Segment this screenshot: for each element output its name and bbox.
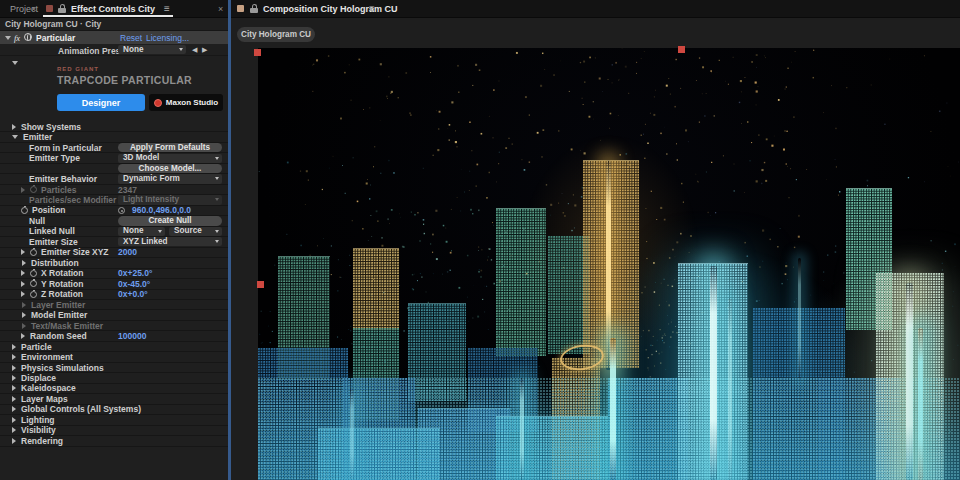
twirl-arrow-icon[interactable] — [12, 438, 16, 444]
twirl-arrow-icon[interactable] — [12, 354, 16, 360]
banner-expander-icon[interactable] — [12, 61, 18, 65]
twirl-arrow-icon[interactable] — [12, 344, 16, 350]
row-layer-emitter[interactable]: Layer Emitter — [0, 300, 228, 310]
layer-handle[interactable] — [254, 49, 261, 56]
layer-breadcrumb: City Hologram CU · City — [0, 18, 228, 31]
twirl-arrow-icon[interactable] — [12, 385, 16, 391]
random-seed-value[interactable]: 100000 — [118, 331, 146, 341]
row-global-controls-all-systems[interactable]: Global Controls (All Systems) — [0, 405, 228, 415]
stopwatch-icon[interactable] — [21, 207, 28, 214]
layer-handle[interactable] — [678, 46, 685, 53]
row-kaleidospace[interactable]: Kaleidospace — [0, 384, 228, 394]
apply-form-defaults-button[interactable]: Apply Form Defaults — [118, 143, 222, 152]
twirl-arrow-icon[interactable] — [21, 333, 25, 339]
choose-model-button[interactable]: Choose Model... — [118, 164, 222, 173]
row-visibility[interactable]: Visibility — [0, 426, 228, 436]
twirl-arrow-icon[interactable] — [12, 135, 18, 139]
preset-next-icon[interactable]: ▶ — [202, 46, 207, 54]
row-z-rotation[interactable]: Z Rotation0x+0.0° — [0, 290, 228, 300]
row-particles-sec-modifier[interactable]: Particles/sec ModifierLight Intensity — [0, 195, 228, 205]
create-null-button[interactable]: Create Null — [118, 216, 222, 225]
row-emitter-behavior[interactable]: Emitter BehaviorDynamic Form — [0, 174, 228, 184]
composition-breadcrumb-pill[interactable]: City Hologram CU — [237, 27, 315, 42]
twirl-arrow-icon[interactable] — [12, 375, 16, 381]
stopwatch-icon[interactable] — [30, 270, 37, 277]
effect-expander-icon[interactable] — [5, 36, 11, 40]
twirl-arrow-icon[interactable] — [12, 396, 16, 402]
row-form-in-particular[interactable]: Form in ParticularApply Form Defaults — [0, 143, 228, 153]
emitter-behavior-select[interactable]: Dynamic Form — [118, 174, 222, 183]
twirl-arrow-icon[interactable] — [12, 365, 16, 371]
twirl-arrow-icon[interactable] — [21, 281, 25, 287]
row-linked-null[interactable]: Linked NullNoneSource — [0, 227, 228, 237]
row-displace[interactable]: Displace — [0, 373, 228, 383]
effect-header-row[interactable]: fx Particular Reset Licensing... — [0, 31, 228, 44]
animation-presets-select[interactable]: None — [118, 45, 186, 54]
row-rendering[interactable]: Rendering — [0, 436, 228, 446]
maxon-studio-button[interactable]: Maxon Studio — [149, 94, 223, 111]
panel-menu-icon[interactable]: ≡ — [164, 3, 170, 14]
row-physics-simulations[interactable]: Physics Simulations — [0, 363, 228, 373]
row-layer-maps[interactable]: Layer Maps — [0, 394, 228, 404]
row-emitter-size-xyz[interactable]: Emitter Size XYZ2000 — [0, 248, 228, 258]
row-position[interactable]: Position960.0,496.0,0.0 — [0, 206, 228, 216]
row-model-emitter[interactable]: Model Emitter — [0, 310, 228, 320]
panel-menu-icon[interactable]: ≡ — [369, 3, 375, 14]
tab-effect-controls[interactable]: Effect Controls City — [71, 4, 155, 14]
row-null[interactable]: NullCreate Null — [0, 216, 228, 226]
row-emitter-size[interactable]: Emitter SizeXYZ Linked — [0, 237, 228, 247]
licensing-link[interactable]: Licensing... — [146, 33, 189, 43]
stopwatch-icon[interactable] — [30, 280, 37, 287]
row-particles[interactable]: Particles2347 — [0, 185, 228, 195]
twirl-arrow-icon[interactable] — [12, 427, 16, 433]
twirl-arrow-icon[interactable] — [12, 124, 16, 130]
emitter-size-xyz-value[interactable]: 2000 — [118, 247, 137, 257]
x-rotation-value[interactable]: 0x+25.0° — [118, 268, 152, 278]
tab-composition[interactable]: Composition City Hologram CU — [263, 4, 398, 14]
linked-null-select-b[interactable]: Source — [169, 227, 222, 236]
row-y-rotation[interactable]: Y Rotation0x-45.0° — [0, 279, 228, 289]
twirl-arrow-icon[interactable] — [22, 323, 26, 329]
preset-prev-icon[interactable]: ◀ — [192, 46, 197, 54]
row-emitter-type[interactable]: Emitter Type3D Model — [0, 153, 228, 163]
row-x-rotation[interactable]: X Rotation0x+25.0° — [0, 269, 228, 279]
reset-link[interactable]: Reset — [120, 33, 142, 43]
layer-handle[interactable] — [257, 281, 264, 288]
z-rotation-value[interactable]: 0x+0.0° — [118, 289, 148, 299]
lock-icon[interactable] — [58, 4, 66, 13]
position-value[interactable]: 960.0,496.0,0.0 — [132, 205, 191, 215]
row-particle[interactable]: Particle — [0, 342, 228, 352]
row-distribution[interactable]: Distribution — [0, 258, 228, 268]
emitter-type-select[interactable]: 3D Model — [118, 154, 222, 163]
tab-project-close-icon[interactable]: × — [31, 4, 36, 14]
designer-button[interactable]: Designer — [57, 94, 145, 111]
lock-icon[interactable] — [250, 4, 258, 13]
row-environment[interactable]: Environment — [0, 352, 228, 362]
linked-null-select-a[interactable]: None — [118, 227, 165, 236]
emitter-size-select[interactable]: XYZ Linked — [118, 237, 222, 246]
twirl-arrow-icon[interactable] — [21, 270, 25, 276]
row-random-seed[interactable]: Random Seed100000 — [0, 331, 228, 341]
row-text-mask-emitter[interactable]: Text/Mask Emitter — [0, 321, 228, 331]
stopwatch-icon[interactable] — [30, 291, 37, 298]
twirl-arrow-icon[interactable] — [12, 406, 16, 412]
twirl-arrow-icon[interactable] — [22, 260, 26, 266]
y-rotation-value[interactable]: 0x-45.0° — [118, 279, 150, 289]
twirl-arrow-icon[interactable] — [21, 249, 25, 255]
stopwatch-icon[interactable] — [30, 249, 37, 256]
dimension-icon[interactable] — [118, 207, 125, 214]
twirl-arrow-icon[interactable] — [21, 291, 25, 297]
row-lighting[interactable]: Lighting — [0, 415, 228, 425]
stopwatch-icon[interactable] — [30, 186, 37, 193]
row-emitter[interactable]: Emitter — [0, 132, 228, 142]
composition-viewport[interactable] — [258, 48, 960, 480]
row-show-systems[interactable]: Show Systems — [0, 122, 228, 132]
panel-group-close-icon[interactable]: × — [218, 4, 223, 14]
twirl-arrow-icon[interactable] — [12, 417, 16, 423]
twirl-arrow-icon[interactable] — [21, 187, 25, 193]
row-row[interactable]: Choose Model... — [0, 164, 228, 174]
particles-sec-modifier-select[interactable]: Light Intensity — [118, 195, 222, 204]
twirl-arrow-icon[interactable] — [22, 312, 26, 318]
glow — [520, 133, 700, 363]
twirl-arrow-icon[interactable] — [22, 302, 26, 308]
